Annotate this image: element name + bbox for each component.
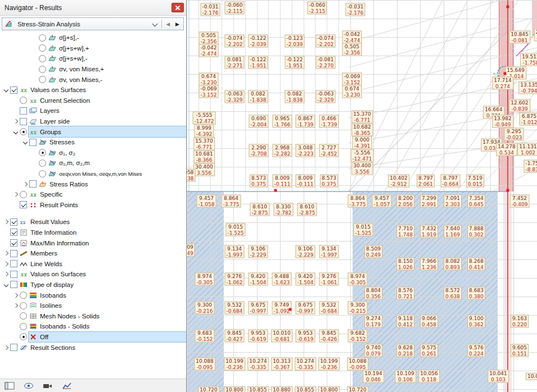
tree-item-j-s-w[interactable]: σ[j+s+w],+ <box>0 43 186 54</box>
tree-item-result-sections[interactable]: Result Sections <box>0 342 186 353</box>
tree-item-j-s[interactable]: σ[j+s],- <box>0 33 186 43</box>
checkbox-members[interactable] <box>10 250 17 257</box>
radio-off[interactable] <box>20 333 27 340</box>
tree-item-label[interactable]: Line Welds <box>30 261 62 267</box>
tree-item-isolines[interactable]: Isolines <box>0 300 186 311</box>
checkbox-type-of-display[interactable] <box>10 281 17 288</box>
tree-item-title-information[interactable]: Title Information <box>0 227 186 238</box>
tree-item-label[interactable]: σ[j+s+w],- <box>59 55 88 62</box>
tree-item-label[interactable]: Values on Surfaces <box>30 271 86 277</box>
radio-j-s-w[interactable] <box>39 44 46 52</box>
expand-arrow-icon[interactable] <box>12 294 20 297</box>
tree-item-label[interactable]: Stresses <box>49 139 75 145</box>
radio-v-von-mises[interactable] <box>39 66 46 73</box>
radio-isobands[interactable] <box>20 291 27 299</box>
expand-arrow-icon[interactable] <box>2 346 10 349</box>
tree-item-label[interactable]: σ[j+s],- <box>59 34 79 41</box>
radio-j-s-w[interactable] <box>39 55 46 62</box>
tree-item-label[interactable]: σv, von Mises,+ <box>59 66 104 72</box>
tree-item-label[interactable]: Off <box>40 334 48 340</box>
tree-item-v-von-mises[interactable]: σv, von Mises,- <box>0 74 186 85</box>
tree-item-label[interactable]: Isobands <box>40 292 66 299</box>
tree-item-label[interactable]: Groups <box>40 129 61 135</box>
tree-item-item[interactable]: σ₁, σ₂ <box>0 148 186 158</box>
tree-item-label[interactable]: Isolines <box>40 302 62 309</box>
tree-item-label[interactable]: Title Information <box>30 229 76 236</box>
tree-item-stresses[interactable]: Stresses <box>0 137 186 148</box>
tree-item-result-points[interactable]: Result Points <box>0 200 186 211</box>
results-curve-icon[interactable] <box>62 382 72 390</box>
radio-isolines[interactable] <box>20 302 27 309</box>
tree-item-label[interactable]: Max/Min Information <box>30 240 89 247</box>
checkbox-title-information[interactable] <box>10 229 17 236</box>
next-arrow-button[interactable]: ▶ <box>174 21 181 27</box>
tree-item-specific[interactable]: xxSpecific <box>0 189 186 200</box>
tree-item-off[interactable]: Off <box>0 332 186 343</box>
tree-item-label[interactable]: Type of display <box>30 281 74 288</box>
checkbox-result-values[interactable] <box>10 218 17 226</box>
tree-item-label[interactable]: Layer side <box>40 118 70 125</box>
expand-arrow-icon[interactable] <box>2 262 10 266</box>
tree-item-label[interactable]: Current Selection <box>40 97 90 104</box>
checkbox-max-min-information[interactable] <box>10 239 17 247</box>
tree-item-isobands[interactable]: Isobands <box>0 290 186 300</box>
close-button[interactable] <box>172 3 184 12</box>
tree-item-isobands-solids[interactable]: Isobands - Solids <box>0 321 186 332</box>
tree-item-layers[interactable]: Layers <box>0 106 186 116</box>
expand-arrow-icon[interactable] <box>21 183 29 186</box>
tree-item-m-m[interactable]: σ₁,m, σ₂,m <box>0 158 186 168</box>
expand-arrow-icon[interactable] <box>12 193 20 196</box>
tree-item-values-on-surfaces[interactable]: xxValues on Surfaces <box>0 85 186 95</box>
radio-m-m[interactable] <box>39 159 46 167</box>
tree-item-stress-ratios[interactable]: Stress Ratios <box>0 179 186 189</box>
expand-arrow-icon[interactable] <box>12 304 20 307</box>
radio-j-s[interactable] <box>39 34 46 42</box>
tree-item-v-von-mises[interactable]: σv, von Mises,+ <box>0 64 186 75</box>
expand-arrow-icon[interactable] <box>2 220 10 224</box>
tree-item-label[interactable]: Values on Surfaces <box>30 86 86 93</box>
checkbox-stress-ratios[interactable] <box>29 180 37 188</box>
tree-item-label[interactable]: σ[j+s+w],+ <box>59 45 89 52</box>
checkbox-layers[interactable] <box>20 107 27 115</box>
panels-icon[interactable] <box>4 382 15 390</box>
tree-item-label[interactable]: Stress Ratios <box>49 181 88 188</box>
tree-item-label[interactable]: σ₁,m, σ₂,m <box>59 159 89 166</box>
tree-item-label[interactable]: σv, von Mises,- <box>59 76 102 83</box>
analysis-dropdown[interactable]: Stress-Strain Analysis ◀ ▶ <box>2 17 184 30</box>
checkbox-line-welds[interactable] <box>10 260 17 267</box>
checkbox-layer-side[interactable] <box>20 118 27 125</box>
radio-current-selection[interactable] <box>20 97 27 104</box>
radio-groups[interactable] <box>20 128 27 135</box>
tree-item-label[interactable]: Specific <box>40 191 62 198</box>
tree-item-members[interactable]: Members <box>0 248 186 259</box>
radio-item[interactable] <box>39 149 46 156</box>
tree-item-line-welds[interactable]: Line Welds <box>0 258 186 269</box>
collapse-arrow-icon[interactable] <box>21 140 29 144</box>
collapse-arrow-icon[interactable] <box>2 283 10 286</box>
checkbox-values-on-surfaces[interactable] <box>10 271 17 278</box>
tree-item-result-values[interactable]: xxResult Values <box>0 217 186 227</box>
tree-item-groups[interactable]: xxGroups <box>0 126 186 137</box>
tree-item-max-min-information[interactable]: Max/Min Information <box>0 238 186 248</box>
tree-item-layer-side[interactable]: Layer side <box>0 116 186 127</box>
collapse-arrow-icon[interactable] <box>12 130 20 134</box>
tree-item-label[interactable]: Isobands - Solids <box>40 323 89 330</box>
tree-item-current-selection[interactable]: xxCurrent Selection <box>0 95 186 106</box>
eye-icon[interactable] <box>24 382 34 390</box>
collapse-arrow-icon[interactable] <box>2 88 10 92</box>
radio-v-von-mises[interactable] <box>39 76 46 83</box>
radio-mesh-nodes-solids[interactable] <box>20 312 27 320</box>
checkbox-stresses[interactable] <box>29 139 37 146</box>
expand-arrow-icon[interactable] <box>2 272 10 276</box>
camera-icon[interactable] <box>43 382 53 390</box>
tree-item-label[interactable]: Members <box>30 250 57 257</box>
tree-item-label[interactable]: Result Points <box>40 202 78 208</box>
radio-eqv-von-mises-eqv-m-von-mises[interactable] <box>39 170 46 177</box>
mesh-viewport[interactable]: -0.031-2.176-0.060-2.115-0.060-2.115-0.0… <box>187 0 537 392</box>
tree-item-type-of-display[interactable]: Type of display <box>0 280 186 290</box>
checkbox-result-points[interactable] <box>20 201 27 208</box>
radio-specific[interactable] <box>20 191 27 198</box>
tree-item-label[interactable]: σeqv,von Mises, σeqv,m,von Mises <box>59 171 142 177</box>
prev-arrow-button[interactable]: ◀ <box>164 21 172 27</box>
expand-arrow-icon[interactable] <box>2 252 10 255</box>
